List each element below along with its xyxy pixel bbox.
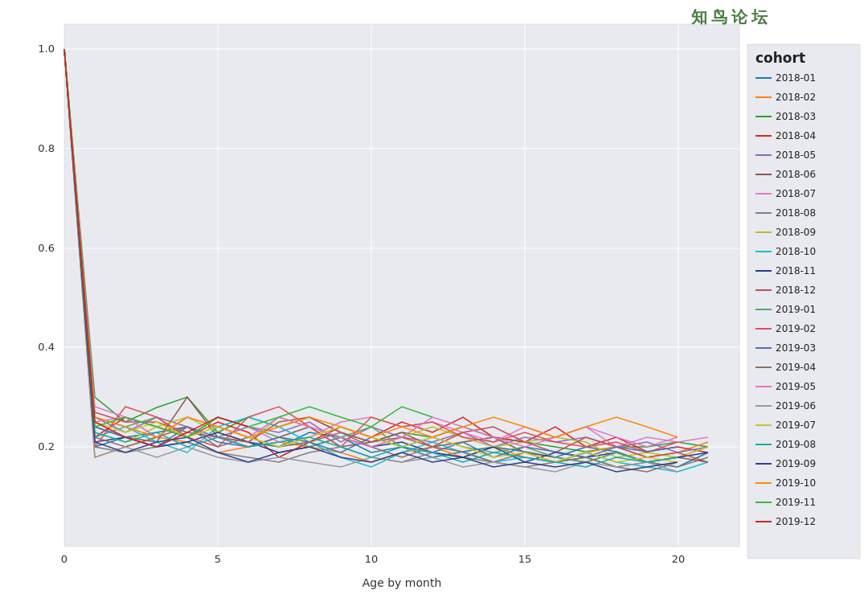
legend-label-2018-12: 2018-12 [776, 285, 816, 296]
legend-label-2018-05: 2018-05 [776, 149, 816, 161]
legend-label-2018-11: 2018-11 [776, 265, 816, 276]
legend-label-2018-07: 2018-07 [776, 188, 816, 199]
legend-label-2019-12: 2019-12 [776, 516, 816, 527]
legend-label-2018-09: 2018-09 [776, 227, 816, 238]
legend-label-2019-11: 2019-11 [776, 497, 816, 508]
y-label-08: 0.8 [38, 142, 55, 154]
x-label-5: 5 [215, 553, 221, 565]
main-chart: 0.2 0.4 0.6 0.8 1.0 0 5 10 15 20 Age by … [0, 0, 868, 602]
legend-label-2019-01: 2019-01 [776, 304, 816, 315]
x-label-0: 0 [61, 553, 68, 565]
legend-label-2018-10: 2018-10 [776, 246, 816, 257]
x-label-15: 15 [518, 553, 532, 565]
legend-label-2019-07: 2019-07 [776, 420, 816, 431]
legend-label-2018-08: 2018-08 [776, 207, 816, 219]
chart-container: 0.2 0.4 0.6 0.8 1.0 0 5 10 15 20 Age by … [0, 0, 868, 602]
legend-label-2018-02: 2018-02 [776, 92, 816, 103]
legend-label-2018-04: 2018-04 [776, 130, 816, 141]
legend-label-2018-06: 2018-06 [776, 169, 816, 180]
watermark-text: 知 鸟 论 坛 [690, 8, 768, 26]
legend-label-2019-06: 2019-06 [776, 400, 816, 412]
legend-label-2019-08: 2019-08 [776, 439, 816, 450]
y-label-04: 0.4 [38, 341, 55, 353]
x-axis-title: Age by month [362, 576, 442, 589]
legend-label-2019-04: 2019-04 [776, 362, 816, 373]
legend-label-2018-03: 2018-03 [776, 111, 816, 122]
y-label-02: 0.2 [38, 440, 55, 453]
legend-label-2019-10: 2019-10 [776, 477, 816, 489]
x-label-20: 20 [672, 553, 686, 565]
legend-label-2018-01: 2018-01 [776, 72, 816, 84]
legend-label-2019-09: 2019-09 [776, 458, 816, 469]
y-label-10: 1.0 [38, 43, 55, 55]
legend-label-2019-02: 2019-02 [776, 323, 816, 334]
legend-label-2019-03: 2019-03 [776, 342, 816, 354]
y-label-06: 0.6 [38, 242, 55, 254]
legend-label-2019-05: 2019-05 [776, 381, 816, 392]
x-label-10: 10 [365, 553, 379, 565]
legend-title: cohort [755, 50, 805, 66]
